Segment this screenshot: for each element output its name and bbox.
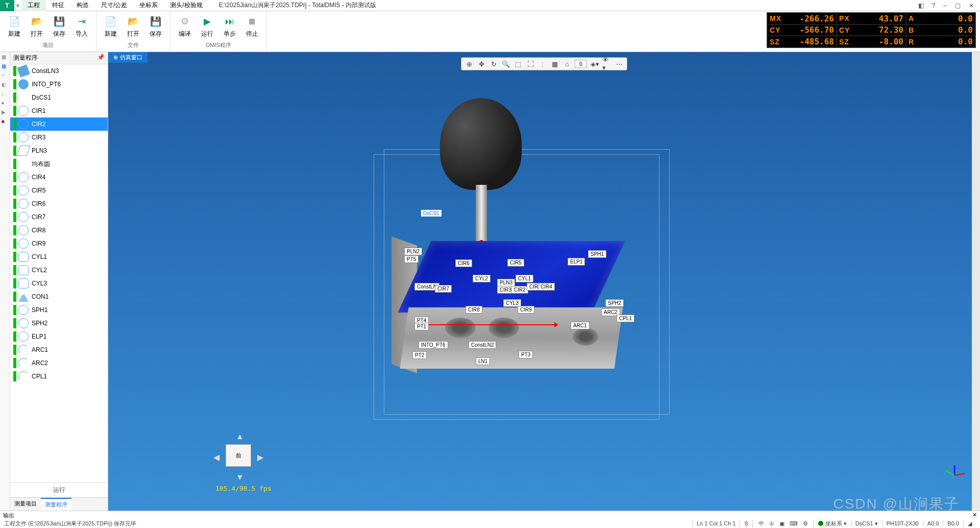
footer-tab-测量程序[interactable]: 测量程序 bbox=[41, 498, 71, 511]
tree-item-SPH2[interactable]: SPH2 bbox=[10, 317, 108, 330]
tree-item-ELP1[interactable]: ELP1 bbox=[10, 330, 108, 343]
tree-item-CIR3[interactable]: CIR3 bbox=[10, 131, 108, 144]
tree-item-ARC1[interactable]: ARC1 bbox=[10, 343, 108, 356]
feat-label-CIR4[interactable]: CIR4 bbox=[538, 283, 555, 291]
menu-测头/校验规[interactable]: 测头/校验规 bbox=[164, 0, 208, 11]
tree-item-CON1[interactable]: CON1 bbox=[10, 290, 108, 303]
feat-label-INTO_PT6[interactable]: INTO_PT6 bbox=[419, 341, 448, 349]
tree-item-CIR8[interactable]: CIR8 bbox=[10, 224, 108, 237]
tree-item-CIR2[interactable]: CIR2 bbox=[10, 117, 108, 131]
status-cs[interactable]: DsCS1 ▾ bbox=[851, 520, 882, 527]
tree-item-ARC2[interactable]: ARC2 bbox=[10, 356, 108, 370]
feat-label-CIR5[interactable]: CIR5 bbox=[507, 259, 524, 267]
ribbon-单步[interactable]: ⏭单步 bbox=[220, 13, 239, 39]
tree-item-CYL3[interactable]: CYL3 bbox=[10, 277, 108, 290]
tree-item-SPH1[interactable]: SPH1 bbox=[10, 303, 108, 317]
window-button[interactable]: – bbox=[940, 1, 950, 10]
window-button[interactable]: ? bbox=[929, 1, 939, 10]
ribbon-打开[interactable]: 📂打开 bbox=[124, 13, 142, 39]
feat-label-SPH1[interactable]: SPH1 bbox=[588, 250, 606, 258]
tree-item-CIR1[interactable]: CIR1 bbox=[10, 104, 108, 117]
sidetool-icon[interactable]: ■ bbox=[2, 118, 9, 126]
cube-down-icon[interactable]: ▼ bbox=[236, 473, 244, 482]
menu-特征[interactable]: 特征 bbox=[46, 0, 70, 11]
run-button[interactable]: 运行 bbox=[10, 482, 108, 497]
feat-label-DsCS1[interactable]: DsCS1 bbox=[421, 209, 442, 217]
pin-icon[interactable]: 📌 bbox=[97, 54, 105, 62]
feat-label-CIR6[interactable]: CIR6 bbox=[455, 259, 472, 267]
feat-label-CIR8[interactable]: CIR8 bbox=[465, 306, 482, 314]
menu-坐标系[interactable]: 坐标系 bbox=[133, 0, 164, 11]
tree-item-CYL2[interactable]: CYL2 bbox=[10, 263, 108, 277]
sidetool-icon[interactable]: ○ bbox=[2, 73, 9, 80]
cube-face[interactable]: 前 bbox=[226, 444, 251, 467]
dropdown-icon[interactable]: ▾ bbox=[14, 2, 21, 9]
ribbon-保存[interactable]: 💾保存 bbox=[146, 13, 165, 39]
feat-label-CIR2[interactable]: CIR2 bbox=[511, 286, 528, 294]
tree-item-CIR5[interactable]: CIR5 bbox=[10, 184, 108, 197]
feat-label-ELP1[interactable]: ELP1 bbox=[568, 258, 585, 266]
output-header: 输出 ✕ bbox=[0, 511, 980, 519]
tree-item-ConstLN3[interactable]: ConstLN3 bbox=[10, 64, 108, 78]
tree-item-CYL1[interactable]: CYL1 bbox=[10, 250, 108, 263]
feat-label-LN1[interactable]: LN1 bbox=[476, 357, 490, 365]
feat-label-PLN3[interactable]: PLN3 bbox=[497, 279, 515, 286]
tree-item-CPL1[interactable]: CPL1 bbox=[10, 370, 108, 383]
feat-label-PT5[interactable]: PT5 bbox=[404, 255, 419, 263]
ime-buttons[interactable]: 中①▣⌨⚙ bbox=[752, 520, 814, 527]
feat-label-CIR9[interactable]: CIR9 bbox=[518, 306, 534, 314]
feat-label-PT3[interactable]: PT3 bbox=[519, 351, 533, 358]
feat-label-CIR7[interactable]: CIR7 bbox=[435, 285, 452, 293]
window-button[interactable]: ✕ bbox=[966, 1, 977, 10]
feat-label-CYL1[interactable]: CYL1 bbox=[516, 275, 533, 282]
cube-up-icon[interactable]: ▲ bbox=[236, 432, 244, 441]
ribbon-打开[interactable]: 📂打开 bbox=[28, 13, 46, 39]
feat-label-CPL1[interactable]: CPL1 bbox=[617, 315, 634, 322]
menu-尺寸/公差[interactable]: 尺寸/公差 bbox=[95, 0, 133, 11]
ribbon-保存[interactable]: 💾保存 bbox=[50, 13, 68, 39]
feat-label-CYL2[interactable]: CYL2 bbox=[473, 275, 491, 282]
feature-tree[interactable]: ConstLN3INTO_PT6DsCS1CIR1CIR2CIR3PLN3均布圆… bbox=[10, 64, 108, 482]
viewport-3d[interactable]: 仿真窗口 ⊕ ✥ ↻ 🔍 ⬚ ⛶ | ▦ ⌂ ◈▾ 👁▾ ⋯ bbox=[108, 52, 980, 511]
feat-label-ARC1[interactable]: ARC1 bbox=[571, 322, 590, 329]
close-icon[interactable]: ✕ bbox=[972, 512, 977, 518]
feat-label-SPH2[interactable]: SPH2 bbox=[605, 299, 624, 307]
sidetool-icon[interactable]: ▦ bbox=[2, 54, 9, 61]
sidetool-icon[interactable]: ● bbox=[2, 100, 9, 107]
ribbon-导入[interactable]: ⇥导入 bbox=[72, 13, 91, 39]
footer-tab-测量项目[interactable]: 测量项目 bbox=[10, 498, 41, 511]
ribbon-编译[interactable]: ⚙编译 bbox=[176, 13, 194, 39]
cube-right-icon[interactable]: ▶ bbox=[257, 452, 263, 462]
resize-grip-icon[interactable]: ◢ bbox=[963, 520, 976, 527]
window-button[interactable]: ▢ bbox=[952, 1, 964, 10]
feat-label-PT1[interactable]: PT1 bbox=[414, 323, 429, 330]
tree-item-PLN3[interactable]: PLN3 bbox=[10, 144, 108, 157]
ribbon-运行[interactable]: ▶运行 bbox=[198, 13, 216, 39]
sidetool-icon[interactable]: ▦ bbox=[2, 63, 9, 70]
feat-label-PT2[interactable]: PT2 bbox=[412, 351, 427, 359]
tree-item-CIR6[interactable]: CIR6 bbox=[10, 197, 108, 210]
feat-label-PLN2[interactable]: PLN2 bbox=[404, 248, 422, 255]
status-coord[interactable]: 坐标系 ▾ bbox=[814, 520, 851, 527]
tree-item-均布圆[interactable]: 均布圆 bbox=[10, 157, 108, 171]
tree-item-INTO_PT6[interactable]: INTO_PT6 bbox=[10, 78, 108, 91]
view-cube[interactable]: ▲ ◀ ▶ ▼ 前 bbox=[215, 434, 261, 480]
feat-label-ConstLN2[interactable]: ConstLN2 bbox=[469, 341, 496, 349]
ribbon-新建[interactable]: 📄新建 bbox=[5, 13, 23, 39]
ime-indicator[interactable]: S bbox=[740, 520, 752, 526]
tree-item-CIR9[interactable]: CIR9 bbox=[10, 237, 108, 250]
menu-构造[interactable]: 构造 bbox=[70, 0, 95, 11]
sidetool-icon[interactable]: ↓ bbox=[2, 91, 9, 98]
tree-item-CIR4[interactable]: CIR4 bbox=[10, 171, 108, 184]
viewport-scrollbar[interactable] bbox=[972, 52, 980, 511]
sidetool-icon[interactable]: ◐ bbox=[2, 82, 9, 89]
output-message-bar: 工程文件 (E:\2025Jian山涧果子2025.TDPrj) 保存完毕 Ln… bbox=[0, 519, 980, 528]
sidetool-icon[interactable]: ▶ bbox=[2, 109, 9, 116]
tree-item-CIR7[interactable]: CIR7 bbox=[10, 210, 108, 224]
cube-left-icon[interactable]: ◀ bbox=[213, 452, 219, 462]
window-button[interactable]: ◧ bbox=[915, 1, 927, 10]
tree-item-DsCS1[interactable]: DsCS1 bbox=[10, 91, 108, 104]
ribbon-停止[interactable]: ⏹停止 bbox=[243, 13, 261, 39]
ribbon-新建[interactable]: 📄新建 bbox=[102, 13, 120, 39]
menu-工程[interactable]: 工程 bbox=[21, 0, 46, 11]
